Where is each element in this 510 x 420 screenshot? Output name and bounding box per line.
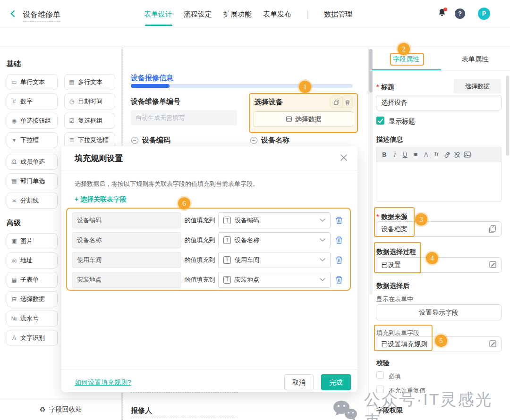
field-type-button[interactable]: ≍ 分割线 xyxy=(7,193,58,209)
format-icon[interactable]: U xyxy=(401,151,409,159)
tab-data-management[interactable]: 数据管理 xyxy=(324,10,352,19)
set-display-fields-button[interactable]: 设置显示字段 xyxy=(376,304,502,320)
title-value-input[interactable]: 选择设备 xyxy=(376,95,502,110)
panel-tabs-divider xyxy=(368,70,510,71)
help-icon[interactable]: ? xyxy=(455,8,465,19)
top-bar: 设备维修单 表单设计 流程设定 扩展功能 表单发布 数据管理 ? P xyxy=(0,0,510,27)
tab-form-properties[interactable]: 表单属性 xyxy=(462,55,488,64)
confirm-button[interactable]: 完成 xyxy=(321,374,351,390)
format-icon[interactable]: Tr xyxy=(432,151,441,159)
link-icon[interactable] xyxy=(444,151,450,158)
order-number-field-label: 设备维修单编号 xyxy=(131,97,180,106)
edit-icon[interactable] xyxy=(489,340,496,347)
format-icon[interactable]: A xyxy=(422,151,430,159)
format-icon[interactable]: I xyxy=(391,151,399,159)
cancel-button[interactable]: 取消 xyxy=(284,374,314,390)
tab-form-publish[interactable]: 表单发布 xyxy=(263,10,291,19)
data-source-input[interactable]: 设备档案 xyxy=(376,221,502,237)
field-type-button[interactable]: ◷ 日期时间 xyxy=(64,93,115,109)
show-title-label: 显示标题 xyxy=(389,118,415,126)
field-type-label: 流水号 xyxy=(20,314,39,323)
no-duplicate-option-label: 不允许重复值 xyxy=(389,386,425,395)
field-recycle-bin[interactable]: ♻ 字段回收站 xyxy=(0,399,122,420)
form-title[interactable]: 设备维修单 xyxy=(23,10,60,22)
field-type-button[interactable]: № 流水号 xyxy=(7,311,58,327)
field-type-button[interactable]: # 数字 xyxy=(7,93,58,109)
target-field-dropdown[interactable]: T 安装地点 xyxy=(218,272,331,288)
avatar[interactable]: P xyxy=(478,8,490,20)
field-type-button[interactable]: A 文字识别 xyxy=(7,330,58,346)
target-field-dropdown[interactable]: T 设备编码 xyxy=(218,212,331,228)
delete-rule-icon[interactable] xyxy=(335,236,343,244)
no-duplicate-checkbox[interactable] xyxy=(376,386,384,393)
fill-rule-row: 设备编码 的值填充到 T 设备编码 xyxy=(71,212,350,228)
selection-process-input[interactable]: 已设置 xyxy=(376,257,502,273)
field-type-button[interactable]: ▤ 多行文本 xyxy=(64,74,115,90)
field-type-button[interactable]: Ω 成员单选 xyxy=(7,154,58,170)
image-icon[interactable] xyxy=(464,151,471,158)
canvas-scrollbar-thumb[interactable] xyxy=(369,49,373,92)
browse-data-icon[interactable] xyxy=(489,225,496,233)
reporter-field-label: 报修人 xyxy=(131,406,152,415)
tab-flow-settings[interactable]: 流程设定 xyxy=(184,10,212,19)
field-type-button[interactable]: ▭ 单行文本 xyxy=(7,74,58,90)
after-selection-label: 数据选择后 xyxy=(376,282,409,290)
panel-scrollbar-thumb[interactable] xyxy=(506,76,509,156)
delete-rule-icon[interactable] xyxy=(335,276,343,284)
editor-toolbar: BIU≡ATr xyxy=(376,147,501,162)
field-type-button[interactable]: ◉ 单选按钮组 xyxy=(7,113,58,129)
select-data-gray-button[interactable]: 选择数据 xyxy=(454,79,501,93)
close-icon[interactable] xyxy=(340,154,348,162)
source-field-input[interactable]: 使用车间 xyxy=(72,252,181,268)
target-field-value: 设备编码 xyxy=(235,216,316,225)
how-to-set-rules-link[interactable]: 如何设置填充规则? xyxy=(75,378,131,387)
field-placeholder-outline xyxy=(131,418,238,418)
annotation-marker-4: 4 xyxy=(426,252,438,264)
required-checkbox[interactable] xyxy=(376,371,384,379)
add-related-field-link[interactable]: + 选择关联表字段 xyxy=(75,195,127,204)
edit-icon[interactable] xyxy=(489,261,496,268)
annotation-marker-2: 2 xyxy=(398,43,410,55)
field-type-button[interactable]: ◎ 地址 xyxy=(7,252,58,269)
field-type-button[interactable]: ▾ 下拉框 xyxy=(7,132,58,148)
text-field-icon: T xyxy=(223,236,231,244)
source-field-input[interactable]: 设备编码 xyxy=(72,212,181,228)
select-data-button[interactable]: 选择数据 xyxy=(254,111,353,127)
delete-field-icon[interactable] xyxy=(342,97,353,108)
select-data-button-label: 选择数据 xyxy=(295,115,322,124)
delete-rule-icon[interactable] xyxy=(335,216,343,225)
unlink-icon[interactable] xyxy=(454,151,460,158)
field-type-button[interactable]: ▦ 部门单选 xyxy=(7,173,58,189)
required-option-label: 必填 xyxy=(389,372,401,381)
editor-text-tools: BIU≡ATr xyxy=(380,151,441,159)
field-type-label: 部门单选 xyxy=(20,177,45,185)
format-icon[interactable]: B xyxy=(380,151,389,159)
source-field-input[interactable]: 安装地点 xyxy=(72,272,181,288)
delete-rule-icon[interactable] xyxy=(335,256,343,264)
field-type-button[interactable]: ☑ 复选框组 xyxy=(64,113,115,129)
format-icon[interactable]: ≡ xyxy=(411,151,420,159)
target-field-dropdown[interactable]: T 使用车间 xyxy=(218,252,331,268)
target-field-value: 设备名称 xyxy=(235,236,316,244)
show-title-checkbox[interactable] xyxy=(376,117,384,125)
copy-field-icon[interactable] xyxy=(331,97,342,108)
field-type-button[interactable]: ≣ 下拉复选框 xyxy=(64,132,115,148)
notification-dot xyxy=(443,8,447,11)
back-icon[interactable] xyxy=(8,9,17,20)
notification-bell-icon[interactable] xyxy=(437,8,448,19)
order-number-input[interactable]: 自动生成无需填写 xyxy=(131,110,237,126)
field-type-label: 文字识别 xyxy=(20,334,45,342)
target-field-value: 使用车间 xyxy=(235,256,316,264)
field-type-button[interactable]: ▤ 子表单 xyxy=(7,272,58,288)
target-field-dropdown[interactable]: T 设备名称 xyxy=(218,232,331,248)
field-type-button[interactable]: ⊟ 选择数据 xyxy=(7,291,58,307)
field-type-button[interactable]: ▣ 图片 xyxy=(7,233,58,249)
modal-footer-divider xyxy=(61,370,357,370)
field-action-buttons xyxy=(331,97,353,108)
tab-form-design[interactable]: 表单设计 xyxy=(144,10,172,19)
source-field-input[interactable]: 设备名称 xyxy=(72,232,181,248)
tab-extensions[interactable]: 扩展功能 xyxy=(223,10,252,19)
description-rich-text-editor[interactable]: BIU≡ATr xyxy=(376,147,502,202)
linked-field-icon xyxy=(131,137,138,144)
select-device-label: 选择设备 xyxy=(255,98,283,107)
